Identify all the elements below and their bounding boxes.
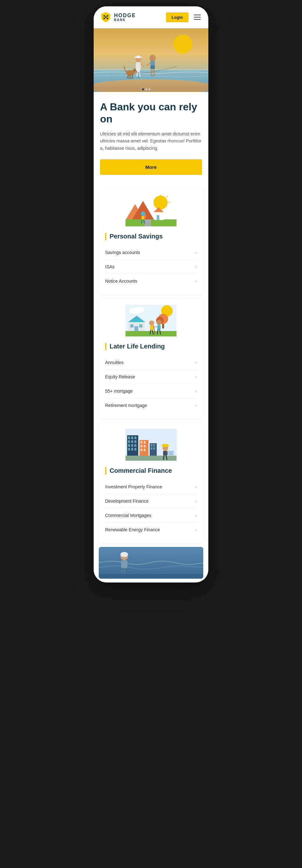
hero-image xyxy=(94,28,208,92)
svg-rect-79 xyxy=(131,437,133,439)
svg-point-45 xyxy=(141,211,145,216)
svg-rect-78 xyxy=(128,437,130,439)
link-renewable-energy[interactable]: Renewable Energy Finance › xyxy=(105,523,197,537)
svg-point-8 xyxy=(94,79,208,92)
svg-rect-41 xyxy=(145,219,151,226)
hero-description: Ultricies sit mid elit elementum amet di… xyxy=(100,130,202,152)
commercial-finance-heading-container: Commercial Finance xyxy=(105,467,197,475)
bottom-teaser xyxy=(99,547,203,579)
link-retirement-mortgage[interactable]: Retirement mortgage › xyxy=(105,398,197,412)
retirement-mortgage-chevron-icon: › xyxy=(195,403,197,408)
svg-point-36 xyxy=(148,88,150,90)
svg-point-55 xyxy=(135,307,144,313)
svg-rect-105 xyxy=(162,445,169,446)
55-mortgage-chevron-icon: › xyxy=(195,389,197,394)
link-commercial-mortgages[interactable]: Commercial Mortgages › xyxy=(105,508,197,523)
svg-rect-100 xyxy=(151,447,152,450)
personal-savings-heading-container: Personal Savings xyxy=(105,233,197,240)
svg-line-51 xyxy=(166,196,168,197)
svg-point-6 xyxy=(173,35,192,54)
link-isas[interactable]: ISAs › xyxy=(105,260,197,274)
svg-rect-116 xyxy=(121,560,128,568)
svg-point-16 xyxy=(136,76,141,78)
svg-rect-72 xyxy=(157,325,161,330)
link-development-finance[interactable]: Development Finance › xyxy=(105,494,197,508)
investment-property-chevron-icon: › xyxy=(195,484,197,489)
development-finance-chevron-icon: › xyxy=(195,499,197,504)
equity-release-chevron-icon: › xyxy=(195,374,197,379)
svg-rect-44 xyxy=(157,215,159,220)
renewable-energy-label: Renewable Energy Finance xyxy=(105,527,160,532)
svg-rect-82 xyxy=(131,440,133,443)
svg-line-118 xyxy=(124,568,125,574)
equity-release-label: Equity Release xyxy=(105,374,135,379)
svg-point-71 xyxy=(157,320,162,325)
svg-point-66 xyxy=(149,320,154,326)
commercial-finance-heading: Commercial Finance xyxy=(110,467,172,474)
link-notice-accounts[interactable]: Notice Accounts › xyxy=(105,274,197,288)
svg-rect-80 xyxy=(134,437,136,439)
svg-rect-86 xyxy=(134,444,136,447)
svg-rect-93 xyxy=(140,445,142,447)
later-life-heading-container: Later Life Lending xyxy=(105,343,197,350)
link-55-mortgage[interactable]: 55+ mortgage › xyxy=(105,384,197,398)
svg-rect-19 xyxy=(150,65,155,69)
svg-rect-98 xyxy=(151,444,152,446)
svg-rect-62 xyxy=(134,326,138,332)
svg-rect-84 xyxy=(128,444,130,447)
logo-shield-icon xyxy=(100,11,111,23)
commercial-finance-links: Investment Property Finance › Developmen… xyxy=(105,480,197,537)
header: HODGE BANK Login xyxy=(94,6,208,28)
bottom-teaser-image xyxy=(99,547,203,579)
header-right: Login xyxy=(166,12,202,22)
svg-rect-99 xyxy=(153,444,155,446)
svg-point-119 xyxy=(120,552,128,557)
svg-rect-91 xyxy=(140,441,142,443)
development-finance-label: Development Finance xyxy=(105,499,148,504)
logo-bank-text: BANK xyxy=(114,18,136,22)
later-life-bar xyxy=(105,343,106,350)
hamburger-menu[interactable] xyxy=(192,13,202,21)
hamburger-line-1 xyxy=(194,14,201,15)
svg-point-0 xyxy=(104,15,105,17)
svg-point-37 xyxy=(154,195,168,210)
svg-rect-12 xyxy=(137,56,140,58)
hero-title: A Bank you can rely on xyxy=(100,101,202,125)
annuities-label: Annuities xyxy=(105,360,123,365)
isas-label: ISAs xyxy=(105,264,115,269)
link-equity-release[interactable]: Equity Release › xyxy=(105,370,197,384)
svg-rect-95 xyxy=(140,448,142,451)
svg-line-31 xyxy=(132,75,133,78)
svg-rect-101 xyxy=(153,447,155,450)
commercial-illustration xyxy=(105,429,197,461)
svg-rect-87 xyxy=(128,448,130,451)
savings-accounts-chevron-icon: › xyxy=(195,250,197,255)
svg-rect-92 xyxy=(144,441,145,443)
svg-rect-65 xyxy=(126,331,176,336)
login-button[interactable]: Login xyxy=(166,12,189,22)
later-life-illustration xyxy=(105,305,197,336)
later-life-links: Annuities › Equity Release › 55+ mortgag… xyxy=(105,355,197,412)
link-savings-accounts[interactable]: Savings accounts › xyxy=(105,245,197,260)
link-investment-property[interactable]: Investment Property Finance › xyxy=(105,480,197,494)
retirement-mortgage-label: Retirement mortgage xyxy=(105,403,147,408)
isas-chevron-icon: › xyxy=(195,264,197,269)
svg-point-1 xyxy=(107,15,108,17)
commercial-finance-card: Commercial Finance Investment Property F… xyxy=(99,423,203,543)
svg-rect-67 xyxy=(150,326,153,330)
hero-text-section: A Bank you can rely on Ultricies sit mid… xyxy=(94,92,208,184)
svg-rect-88 xyxy=(131,448,133,451)
svg-rect-47 xyxy=(144,215,146,218)
personal-savings-illustration xyxy=(105,194,197,226)
svg-line-117 xyxy=(122,568,122,574)
phone-frame: HODGE BANK Login xyxy=(94,6,208,583)
link-annuities[interactable]: Annuities › xyxy=(105,355,197,370)
more-button[interactable]: More xyxy=(100,159,202,175)
svg-rect-63 xyxy=(130,324,134,328)
later-life-svg xyxy=(126,305,176,336)
notice-accounts-chevron-icon: › xyxy=(195,279,197,284)
svg-rect-33 xyxy=(94,69,208,70)
later-life-heading: Later Life Lending xyxy=(110,343,165,350)
svg-rect-102 xyxy=(126,456,176,461)
personal-savings-card: Personal Savings Savings accounts › ISAs… xyxy=(99,188,203,294)
